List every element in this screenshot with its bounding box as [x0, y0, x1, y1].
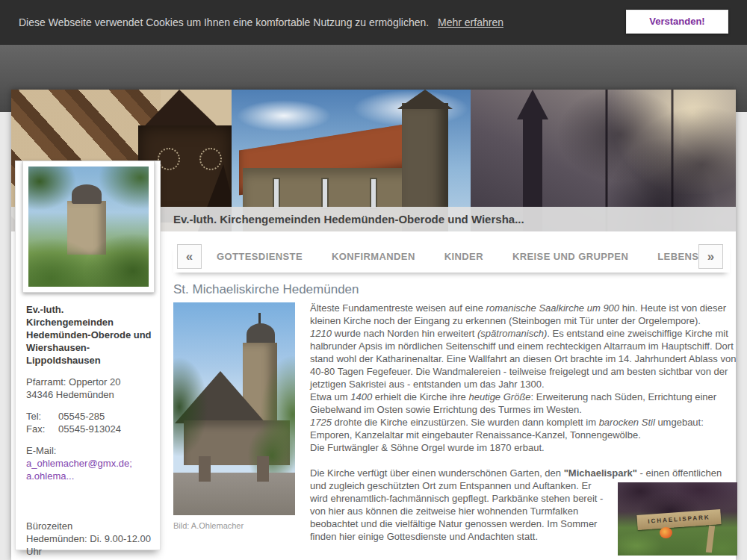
cookie-accept-button[interactable]: Verstanden! [626, 10, 728, 34]
parish-email: E-Mail: a_ohlemacher@gmx.de; a.ohlema... [26, 444, 153, 482]
sidebar-contact-info: Ev.-luth. Kirchengemeinden Hedemünden-Ob… [26, 303, 153, 560]
parish-title: Ev.-luth. Kirchengemeinden Hedemünden-Ob… [26, 303, 153, 367]
sidebar: Ev.-luth. Kirchengemeinden Hedemünden-Ob… [15, 161, 161, 550]
cookie-message: Diese Webseite verwendet Cookies um Ihne… [19, 16, 503, 28]
article-text: Älteste Fundamentreste weisen auf eine r… [310, 302, 737, 560]
church-photo-caption: Bild: A.Ohlemacher [173, 521, 244, 530]
email-link[interactable]: a_ohlemacher@gmx.de; a.ohlema... [26, 458, 132, 482]
nav-prev-button[interactable]: « [177, 244, 202, 269]
tab-gottesdienste[interactable]: GOTTESDIENSTE [217, 251, 303, 262]
fax-label: Fax: [26, 423, 58, 435]
parish-phone: Tel: 05545-285 Fax: 05545-913024 [26, 410, 153, 435]
nav-tabs: GOTTESDIENSTE KONFIRMANDEN KINDER KREISE… [217, 243, 702, 270]
tab-konfirmanden[interactable]: KONFIRMANDEN [332, 251, 415, 262]
office-hours: Bürozeiten Hedemünden: Di. 9.00-12.00 Uh… [26, 520, 153, 560]
sidebar-photo-church-tower [28, 167, 149, 287]
history-paragraph: Älteste Fundamentreste weisen auf eine r… [310, 302, 737, 454]
michaelispark-photo[interactable]: ICHAELISPARK [618, 482, 737, 556]
cookie-message-text: Diese Webseite verwendet Cookies um Ihne… [19, 16, 429, 28]
tab-lebensfeste[interactable]: LEBENSFESTE [657, 251, 702, 262]
cookie-learn-more-link[interactable]: Mehr erfahren [438, 16, 503, 28]
sidebar-photo-frame [22, 161, 155, 293]
clock-face-icon [199, 148, 222, 170]
garden-paragraph: Die Kirche verfügt über einen wunderschö… [310, 467, 737, 543]
tel-value: 05545-285 [58, 410, 153, 423]
site-title: Ev.-luth. Kirchengemeinden Hedemünden-Ob… [173, 213, 524, 225]
page: Diese Webseite verwendet Cookies um Ihne… [0, 0, 747, 560]
parish-address: Pfarramt: Oppertor 20 34346 Hedemünden [26, 376, 153, 401]
content-sheet: Ev.-luth. Kirchengemeinden Hedemünden-Ob… [11, 90, 736, 560]
michaelispark-figure: ICHAELISPARK Bild: A.Ohlemacher [618, 482, 737, 560]
church-photo[interactable] [173, 302, 295, 515]
tel-label: Tel: [26, 410, 58, 423]
flower-icon [660, 527, 672, 538]
nav-tabbar: « GOTTESDIENSTE KONFIRMANDEN KINDER KREI… [173, 243, 730, 273]
nav-next-button[interactable]: » [698, 244, 723, 269]
tab-kinder[interactable]: KINDER [444, 251, 483, 262]
page-title: St. Michaeliskirche Hedemünden [173, 282, 359, 297]
tab-kreise-und-gruppen[interactable]: KREISE UND GRUPPEN [512, 251, 628, 262]
clock-face-icon [158, 148, 180, 170]
email-label: E-Mail: [26, 444, 153, 457]
cookie-banner: Diese Webseite verwendet Cookies um Ihne… [0, 0, 747, 45]
fax-value: 05545-913024 [58, 423, 153, 435]
